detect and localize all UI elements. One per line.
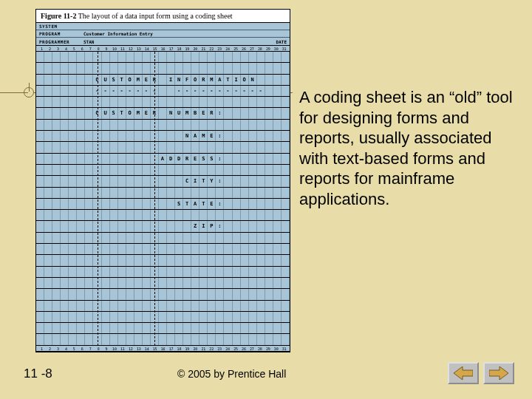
grid-cell xyxy=(257,154,265,164)
grid-cell xyxy=(134,267,143,277)
grid-cell xyxy=(143,244,151,254)
grid-cell xyxy=(241,323,249,333)
grid-cell xyxy=(233,221,241,231)
grid-cell xyxy=(143,221,151,231)
grid-cell xyxy=(36,267,44,277)
grid-cell xyxy=(200,312,208,322)
grid-cell xyxy=(69,86,77,96)
grid-cell xyxy=(224,165,232,175)
grid-cell xyxy=(159,210,167,220)
grid-cell xyxy=(44,312,52,322)
grid-cell xyxy=(282,301,290,311)
grid-cell: F xyxy=(183,75,191,85)
grid-cell xyxy=(183,312,191,322)
grid-row xyxy=(36,312,290,323)
grid-cell xyxy=(167,289,175,299)
grid-cell xyxy=(216,289,224,299)
programmer-label: PROGRAMMER xyxy=(39,39,83,44)
grid-cell xyxy=(249,278,257,288)
grid-cell xyxy=(224,312,232,322)
grid-cell xyxy=(208,188,216,198)
grid-cell xyxy=(52,165,61,175)
grid-cell xyxy=(257,221,265,231)
grid-cell xyxy=(159,255,167,265)
grid-cell xyxy=(216,188,224,198)
grid-cell: I xyxy=(233,75,241,85)
program-value: Customer Information Entry xyxy=(83,31,153,36)
grid-cell xyxy=(167,312,175,322)
grid-cell xyxy=(118,199,126,209)
grid-cell xyxy=(241,120,249,130)
grid-cell xyxy=(216,334,224,344)
grid-cell xyxy=(110,244,118,254)
grid-cell xyxy=(36,108,44,118)
grid-cell xyxy=(233,142,241,152)
grid-cell: P xyxy=(208,221,216,231)
grid-cell xyxy=(159,233,167,243)
grid-cell xyxy=(208,323,216,333)
grid-cell xyxy=(134,255,143,265)
grid-cell xyxy=(36,233,44,243)
grid-cell xyxy=(69,210,77,220)
grid-cell xyxy=(175,221,183,231)
grid-cell xyxy=(200,255,208,265)
grid-cell xyxy=(126,278,134,288)
grid-cell xyxy=(77,97,85,107)
grid-cell xyxy=(77,108,85,118)
grid-cell xyxy=(44,63,52,73)
grid-cell xyxy=(273,278,282,288)
program-label: PROGRAM xyxy=(39,31,83,36)
grid-cell xyxy=(126,63,134,73)
grid-cell xyxy=(134,52,143,62)
grid-cell xyxy=(183,233,191,243)
grid-cell xyxy=(224,142,232,152)
grid-cell xyxy=(265,334,273,344)
grid-cell xyxy=(110,199,118,209)
grid-cell xyxy=(233,323,241,333)
date-label: DATE xyxy=(276,39,287,44)
grid-cell xyxy=(36,278,44,288)
ruler-tick: 30 xyxy=(272,347,280,351)
grid-row xyxy=(36,165,290,176)
grid-cell xyxy=(61,120,69,130)
grid-cell xyxy=(216,301,224,311)
grid-cell: - xyxy=(143,86,151,96)
ruler-tick: 15 xyxy=(151,47,159,51)
grid-cell xyxy=(143,233,151,243)
grid-cell xyxy=(159,301,167,311)
grid-cell xyxy=(85,267,93,277)
grid-cell xyxy=(159,323,167,333)
grid-cell xyxy=(118,165,126,175)
grid-cell xyxy=(44,188,52,198)
ruler-tick: 27 xyxy=(248,47,256,51)
grid-cell xyxy=(224,221,232,231)
grid-cell xyxy=(52,108,61,118)
prev-button[interactable] xyxy=(448,362,479,384)
grid-cell xyxy=(44,154,52,164)
ruler-tick: 9 xyxy=(103,47,111,51)
grid-cell xyxy=(233,244,241,254)
grid-cell xyxy=(167,131,175,141)
grid-cell: - xyxy=(200,86,208,96)
grid-cell xyxy=(167,120,175,130)
grid-cell xyxy=(224,154,232,164)
ruler-tick: 23 xyxy=(216,347,224,351)
grid-cell: - xyxy=(257,86,265,96)
grid-cell xyxy=(183,278,191,288)
grid-cell xyxy=(85,52,93,62)
next-button[interactable] xyxy=(483,362,514,384)
grid-cell xyxy=(77,221,85,231)
grid-cell xyxy=(183,165,191,175)
grid-cell xyxy=(52,131,61,141)
grid-cell xyxy=(36,323,44,333)
grid-cell xyxy=(159,312,167,322)
grid-cell xyxy=(208,165,216,175)
grid-cell xyxy=(224,120,232,130)
grid-cell xyxy=(110,267,118,277)
grid-cell xyxy=(208,142,216,152)
grid-cell xyxy=(143,188,151,198)
grid-cell xyxy=(241,142,249,152)
grid-cell xyxy=(265,63,273,73)
grid-cell xyxy=(216,52,224,62)
grid-cell xyxy=(265,312,273,322)
